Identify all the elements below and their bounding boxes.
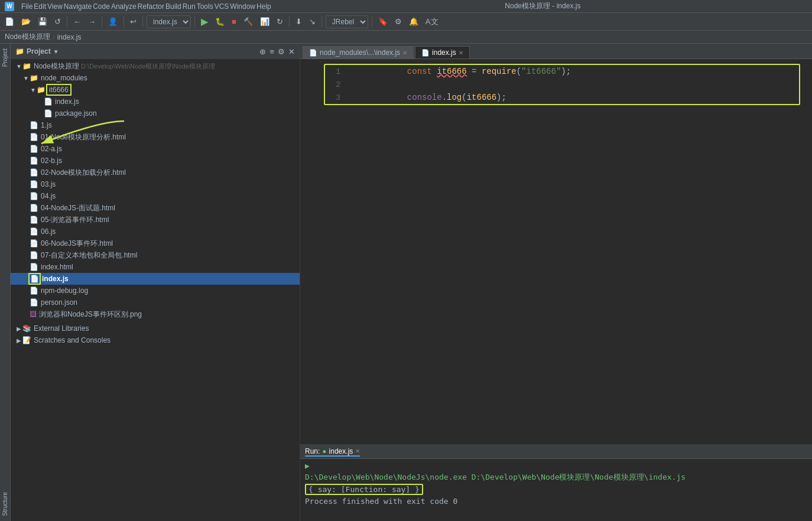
reload-btn[interactable]: ↻ [274, 16, 285, 27]
npmdebug-label: npm-debug.log [41, 286, 88, 295]
menu-run[interactable]: Run [183, 2, 196, 11]
back-btn[interactable]: ← [71, 16, 83, 27]
tree-png[interactable]: 🖼 浏览器和NodeJS事件环区别.png [11, 308, 300, 320]
menu-refactor[interactable]: Refactor [138, 2, 164, 11]
run-play-btn[interactable]: ▶ [305, 461, 310, 470]
undo-btn[interactable]: ↩ [128, 16, 139, 27]
collapse-btn[interactable]: ≡ [269, 47, 274, 56]
project-title: 📁 Project ▼ [15, 47, 59, 56]
tab-index-js[interactable]: 📄 index.js ✕ [415, 46, 470, 58]
tree-root[interactable]: ▼ 📁 Node模块原理 D:\Develop\Web\Node模块原理\Nod… [11, 60, 300, 72]
tree-it6666-index[interactable]: 📄 index.js [11, 96, 300, 108]
jrebel-dropdown[interactable]: JRebel [326, 15, 368, 28]
settings-icon[interactable]: ⚙ [278, 47, 285, 56]
editor-content[interactable]: 1 const it6666 = require("it6666"); 2 3 … [300, 59, 812, 444]
settings-btn[interactable]: ⚙ [392, 16, 404, 27]
menu-help[interactable]: Help [256, 2, 271, 11]
menu-build[interactable]: Build [165, 2, 181, 11]
save-btn[interactable]: 💾 [35, 16, 50, 27]
stop-btn[interactable]: ■ [229, 16, 239, 27]
png-icon: 🖼 [30, 310, 37, 318]
indexhtml-icon: 📄 [30, 263, 38, 271]
node-modules-label: node_modules [41, 74, 87, 82]
tree-external-libs[interactable]: ▶ 📚 External Libraries [11, 323, 300, 334]
tree-npmdebug[interactable]: 📄 npm-debug.log [11, 285, 300, 297]
tree-04html[interactable]: 📄 04-NodeJS-面试题.html [11, 202, 300, 214]
root-folder-icon: 📁 [22, 62, 31, 70]
ext-libs-arrow: ▶ [15, 325, 22, 332]
06js-icon: 📄 [30, 227, 38, 236]
tree-indexhtml[interactable]: 📄 index.html [11, 261, 300, 273]
tree-07html[interactable]: 📄 07-自定义本地包和全局包.html [11, 249, 300, 261]
separator-3 [124, 17, 124, 27]
run-output-line: { say: [Function: say] } [305, 483, 807, 495]
04html-label: 04-NodeJS-面试题.html [41, 203, 115, 213]
activity-project[interactable]: Project [1, 46, 9, 69]
tree-personjson[interactable]: 📄 person.json [11, 297, 300, 308]
menu-navigate[interactable]: Navigate [64, 2, 92, 11]
tree-1js[interactable]: 📄 1.js [11, 119, 300, 131]
tree-scratches[interactable]: ▶ 📝 Scratches and Consoles [11, 334, 300, 346]
new-file-btn[interactable]: 📄 [2, 16, 17, 27]
separator-1 [67, 17, 67, 27]
activity-structure[interactable]: Structure [1, 490, 9, 519]
menu-edit[interactable]: Edit [34, 2, 46, 11]
step-over-btn[interactable]: ⬇ [293, 16, 304, 27]
menu-code[interactable]: Code [93, 2, 110, 11]
menu-vcs[interactable]: VCS [215, 2, 229, 11]
tree-indexjs[interactable]: 📄 index.js [11, 273, 300, 285]
bookmark-btn[interactable]: 🔖 [376, 16, 390, 27]
menu-file[interactable]: File [21, 2, 33, 11]
tree-03js[interactable]: 📄 03.js [11, 178, 300, 190]
tree-06js[interactable]: 📄 06.js [11, 226, 300, 237]
1js-icon: 📄 [30, 121, 38, 129]
external-libraries-label: External Libraries [34, 324, 89, 333]
translate-btn[interactable]: A文 [423, 15, 441, 28]
run-content: ▶ D:\Develop\Web\Node\NodeJs\node.exe D:… [300, 459, 812, 521]
close-panel-btn[interactable]: ✕ [288, 47, 295, 56]
run-tab-label[interactable]: Run: ● index.js ✕ [305, 447, 360, 457]
menu-tools[interactable]: Tools [197, 2, 213, 11]
04html-icon: 📄 [30, 204, 38, 212]
refresh-btn[interactable]: ↺ [52, 16, 63, 27]
file-dropdown[interactable]: index.js [147, 15, 191, 28]
separator-7 [321, 17, 322, 27]
notification-btn[interactable]: 🔔 [407, 16, 421, 27]
tab-index-close[interactable]: ✕ [459, 50, 463, 56]
02bjs-icon: 📄 [30, 157, 38, 165]
tree-01html[interactable]: 📄 01-Node模块原理分析.html [11, 131, 300, 143]
app-icon: W [5, 2, 14, 11]
menu-analyze[interactable]: Analyze [111, 2, 137, 11]
debug-btn[interactable]: 🐛 [213, 16, 227, 27]
tree-06html[interactable]: 📄 06-NodeJS事件环.html [11, 237, 300, 249]
menu-window[interactable]: Window [230, 2, 255, 11]
06html-label: 06-NodeJS事件环.html [41, 239, 113, 249]
menu-view[interactable]: View [47, 2, 63, 11]
coverage-btn[interactable]: 📊 [258, 16, 272, 27]
separator-8 [372, 17, 372, 27]
tree-02bjs[interactable]: 📄 02-b.js [11, 155, 300, 167]
bottom-panel: Run: ● index.js ✕ ▶ D:\Develop\Web\Node\… [300, 444, 812, 521]
add-btn[interactable]: ⊕ [259, 47, 266, 56]
forward-btn[interactable]: → [86, 16, 98, 27]
run-btn[interactable]: ▶ [199, 15, 210, 28]
run-exit-text: Process finished with exit code 0 [305, 497, 457, 506]
tree-it6666[interactable]: ▼ 📁 it6666 [11, 84, 300, 96]
it6666-index-label: index.js [55, 97, 79, 106]
04js-label: 04.js [41, 192, 56, 200]
tree-04js[interactable]: 📄 04.js [11, 190, 300, 202]
indexjs-label: index.js [42, 275, 69, 283]
tree-it6666-pkg[interactable]: 📄 package.json [11, 108, 300, 119]
git-btn[interactable]: 👤 [106, 16, 120, 27]
run-cmd-arrow: D:\Develop\Web\Node\NodeJs\node.exe D:\D… [305, 472, 686, 483]
step-into-btn[interactable]: ↘ [307, 16, 318, 27]
open-btn[interactable]: 📂 [19, 16, 33, 27]
run-close-icon[interactable]: ✕ [355, 448, 360, 454]
tree-05html[interactable]: 📄 05-浏览器事件环.html [11, 214, 300, 226]
tree-node-modules[interactable]: ▼ 📁 node_modules [11, 72, 300, 84]
tab-node-modules-close[interactable]: ✕ [402, 50, 407, 56]
tree-02html[interactable]: 📄 02-Node模块加载分析.html [11, 167, 300, 178]
build-btn[interactable]: 🔨 [241, 16, 255, 27]
tree-02ajs[interactable]: 📄 02-a.js [11, 143, 300, 155]
tab-node-modules-index[interactable]: 📄 node_modules\...\index.js ✕ [303, 46, 414, 58]
